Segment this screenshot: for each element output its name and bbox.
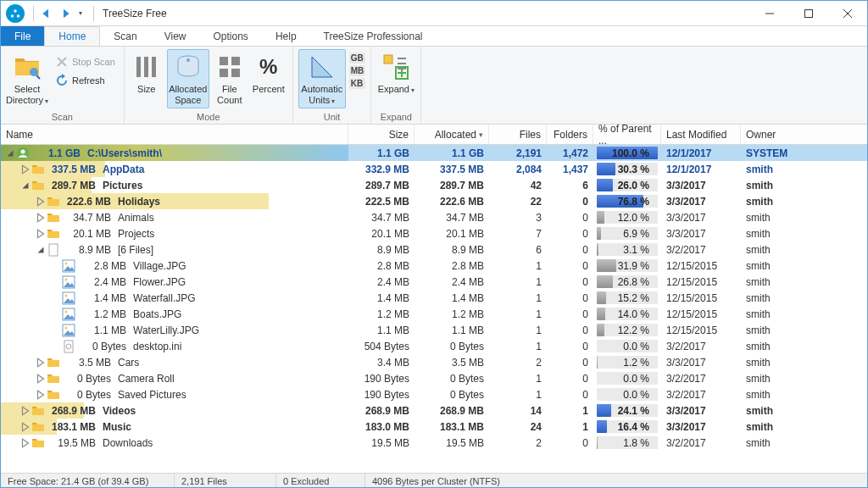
- tree-name-cell[interactable]: 1.4 MBWaterfall.JPG: [1, 290, 348, 306]
- tab-pro[interactable]: TreeSize Professional: [310, 26, 437, 46]
- tree-row[interactable]: 337.5 MBAppData332.9 MB337.5 MB2,0841,43…: [1, 161, 867, 177]
- tree-name-cell[interactable]: 337.5 MBAppData: [1, 161, 348, 177]
- tree-row[interactable]: 1.1 GBC:\Users\smith\1.1 GB1.1 GB2,1911,…: [1, 145, 867, 161]
- cell-owner: smith: [741, 419, 839, 435]
- tree-row[interactable]: 222.6 MBHolidays222.5 MB222.6 MB22076.8 …: [1, 193, 867, 209]
- tree-name-cell[interactable]: 183.1 MBMusic: [1, 419, 348, 435]
- expand-icon[interactable]: [35, 212, 47, 224]
- node-size-label: 19.5 MB: [48, 437, 99, 449]
- tree-row[interactable]: 8.9 MB[6 Files]8.9 MB8.9 MB603.1 %3/2/20…: [1, 241, 867, 258]
- refresh-button[interactable]: Refresh: [52, 71, 119, 90]
- col-header-name[interactable]: Name: [1, 125, 348, 144]
- mode-filecount-button[interactable]: FileCount: [213, 49, 247, 108]
- tree-name-cell[interactable]: 34.7 MBAnimals: [1, 209, 348, 225]
- col-header-owner[interactable]: Owner: [741, 125, 839, 144]
- tree-name-cell[interactable]: 0 BytesCamera Roll: [1, 370, 348, 386]
- unit-kb-badge[interactable]: KB: [349, 78, 366, 89]
- tree-row[interactable]: 1.4 MBWaterfall.JPG1.4 MB1.4 MB1015.2 %1…: [1, 290, 867, 306]
- tree-row[interactable]: 2.4 MBFlower.JPG2.4 MB2.4 MB1026.8 %12/1…: [1, 274, 867, 290]
- expand-button[interactable]: Expand▾: [376, 49, 415, 108]
- expand-icon[interactable]: [35, 389, 47, 401]
- tree-name-cell[interactable]: 268.9 MBVideos: [1, 402, 348, 419]
- tab-home[interactable]: Home: [44, 26, 100, 46]
- tree-row[interactable]: 2.8 MBVillage.JPG2.8 MB2.8 MB1031.9 %12/…: [1, 258, 867, 274]
- tree-row[interactable]: 19.5 MBDownloads19.5 MB19.5 MB201.8 %3/2…: [1, 435, 867, 451]
- pic-icon: [62, 259, 75, 273]
- tree-row[interactable]: 289.7 MBPictures289.7 MB289.7 MB42626.0 …: [1, 177, 867, 193]
- cell-allocated: 1.2 MB: [415, 306, 489, 322]
- select-directory-button[interactable]: SelectDirectory▾: [6, 49, 48, 108]
- expand-icon[interactable]: [19, 164, 31, 175]
- tab-scan[interactable]: Scan: [100, 26, 150, 46]
- collapse-icon[interactable]: [35, 244, 47, 256]
- mode-allocated-button[interactable]: AllocatedSpace: [167, 49, 209, 108]
- svg-rect-14: [384, 55, 392, 64]
- tree-name-cell[interactable]: 3.5 MBCars: [1, 354, 348, 370]
- tree-row[interactable]: 183.1 MBMusic183.0 MB183.1 MB24116.4 %3/…: [1, 419, 867, 435]
- tree-name-cell[interactable]: 289.7 MBPictures: [1, 177, 348, 193]
- tree-name-cell[interactable]: 1.2 MBBoats.JPG: [1, 306, 348, 322]
- tree-name-cell[interactable]: 1.1 MBWaterLilly.JPG: [1, 322, 348, 338]
- tab-options[interactable]: Options: [200, 26, 262, 46]
- tree-row[interactable]: 1.1 MBWaterLilly.JPG1.1 MB1.1 MB1012.2 %…: [1, 322, 867, 338]
- tree-name-cell[interactable]: 2.8 MBVillage.JPG: [1, 258, 348, 274]
- tree-name-cell[interactable]: 222.6 MBHolidays: [1, 193, 348, 209]
- cell-modified: 12/15/2015: [661, 306, 741, 322]
- expand-icon[interactable]: [19, 437, 31, 449]
- tab-help[interactable]: Help: [262, 26, 310, 46]
- tab-view[interactable]: View: [151, 26, 200, 46]
- svg-rect-6: [144, 57, 148, 77]
- nav-back-button[interactable]: [39, 6, 54, 21]
- unit-mb-badge[interactable]: MB: [349, 65, 366, 76]
- cell-folders: 0: [547, 435, 593, 451]
- unit-gb-badge[interactable]: GB: [349, 53, 366, 64]
- grid-icon: [216, 53, 243, 80]
- tree-name-cell[interactable]: 19.5 MBDownloads: [1, 435, 348, 451]
- minimize-button[interactable]: [750, 1, 789, 26]
- tree-name-cell[interactable]: 0 BytesSaved Pictures: [1, 386, 348, 402]
- tree-name-cell[interactable]: 1.1 GBC:\Users\smith\: [1, 145, 348, 161]
- expand-icon[interactable]: [35, 196, 47, 208]
- cell-size: 190 Bytes: [348, 386, 415, 402]
- collapse-icon[interactable]: [4, 147, 16, 159]
- tree-row[interactable]: 0 BytesCamera Roll190 Bytes0 Bytes100.0 …: [1, 370, 867, 386]
- cell-allocated: 8.9 MB: [415, 241, 489, 258]
- col-header-folders[interactable]: Folders: [547, 125, 593, 144]
- tree-row[interactable]: 0 Bytesdesktop.ini504 Bytes0 Bytes100.0 …: [1, 338, 867, 354]
- expand-icon[interactable]: [19, 421, 31, 433]
- tree-name-cell[interactable]: 2.4 MBFlower.JPG: [1, 274, 348, 290]
- tab-file[interactable]: File: [1, 26, 44, 46]
- tree-row[interactable]: 1.2 MBBoats.JPG1.2 MB1.2 MB1014.0 %12/15…: [1, 306, 867, 322]
- tree-row[interactable]: 20.1 MBProjects20.1 MB20.1 MB706.9 %3/3/…: [1, 225, 867, 241]
- col-header-allocated[interactable]: Allocated▾: [415, 125, 489, 144]
- stop-icon: [55, 55, 69, 69]
- mode-size-button[interactable]: Size: [130, 49, 164, 108]
- tree-row[interactable]: 268.9 MBVideos268.9 MB268.9 MB14124.1 %3…: [1, 402, 867, 419]
- close-button[interactable]: [828, 1, 867, 26]
- expand-icon[interactable]: [35, 357, 47, 369]
- maximize-button[interactable]: [789, 1, 828, 26]
- cell-owner: smith: [741, 402, 839, 419]
- tree-name-cell[interactable]: 8.9 MB[6 Files]: [1, 241, 348, 258]
- col-header-modified[interactable]: Last Modified: [661, 125, 741, 144]
- mode-percent-button[interactable]: % Percent: [250, 49, 287, 108]
- tree-name-cell[interactable]: 20.1 MBProjects: [1, 225, 348, 241]
- expand-icon[interactable]: [19, 405, 31, 417]
- folder-icon: [47, 356, 60, 369]
- col-header-size[interactable]: Size: [348, 125, 415, 144]
- nav-history-dropdown[interactable]: ▾: [75, 6, 85, 21]
- expand-icon[interactable]: [35, 228, 47, 240]
- tree-row[interactable]: 3.5 MBCars3.4 MB3.5 MB201.2 %3/3/2017smi…: [1, 354, 867, 370]
- ribbon-group-label-unit: Unit: [298, 112, 366, 122]
- tree-name-cell[interactable]: 0 Bytesdesktop.ini: [1, 338, 348, 354]
- col-header-files[interactable]: Files: [489, 125, 547, 144]
- tree-row[interactable]: 0 BytesSaved Pictures190 Bytes0 Bytes100…: [1, 386, 867, 402]
- cell-allocated: 19.5 MB: [415, 435, 489, 451]
- automatic-units-button[interactable]: AutomaticUnits▾: [298, 49, 346, 108]
- collapse-icon[interactable]: [19, 180, 31, 191]
- file-tree[interactable]: 1.1 GBC:\Users\smith\1.1 GB1.1 GB2,1911,…: [1, 145, 867, 473]
- expand-icon[interactable]: [35, 373, 47, 385]
- col-header-percent[interactable]: % of Parent ...: [593, 125, 661, 144]
- tree-row[interactable]: 34.7 MBAnimals34.7 MB34.7 MB3012.0 %3/3/…: [1, 209, 867, 225]
- nav-forward-button[interactable]: [58, 6, 73, 21]
